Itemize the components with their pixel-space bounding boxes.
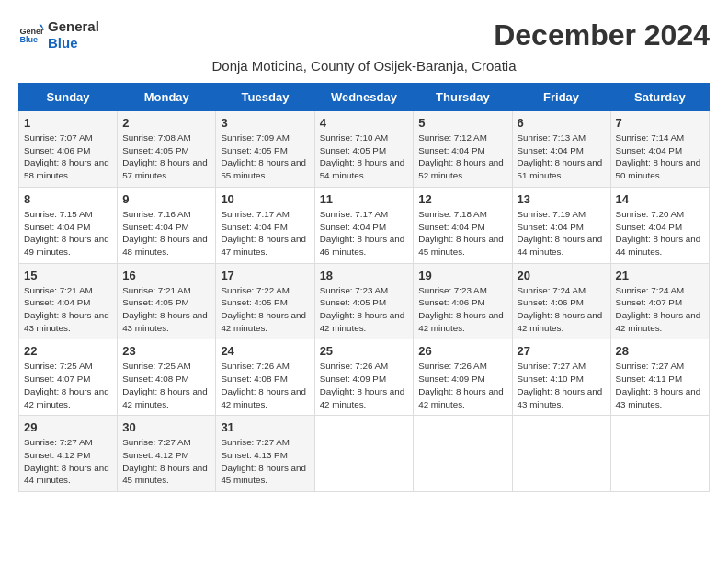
calendar-cell: [512, 416, 610, 492]
calendar-cell: 6Sunrise: 7:13 AMSunset: 4:04 PMDaylight…: [512, 111, 610, 188]
day-number: 2: [122, 116, 210, 130]
day-number: 3: [221, 116, 309, 130]
day-info: Sunrise: 7:19 AMSunset: 4:04 PMDaylight:…: [518, 208, 606, 259]
day-info: Sunrise: 7:27 AMSunset: 4:10 PMDaylight:…: [518, 360, 606, 410]
calendar-cell: 5Sunrise: 7:12 AMSunset: 4:04 PMDaylight…: [414, 111, 512, 188]
calendar-cell: 23Sunrise: 7:25 AMSunset: 4:08 PMDayligh…: [118, 339, 216, 416]
weekday-header-sunday: Sunday: [19, 84, 118, 111]
day-info: Sunrise: 7:13 AMSunset: 4:04 PMDaylight:…: [518, 132, 606, 182]
weekday-header-wednesday: Wednesday: [314, 84, 414, 111]
day-number: 4: [320, 116, 409, 130]
calendar-cell: 27Sunrise: 7:27 AMSunset: 4:10 PMDayligh…: [512, 339, 610, 416]
day-number: 13: [518, 192, 606, 206]
weekday-header-saturday: Saturday: [610, 84, 709, 111]
day-info: Sunrise: 7:15 AMSunset: 4:04 PMDaylight:…: [24, 208, 112, 259]
calendar-cell: 24Sunrise: 7:26 AMSunset: 4:08 PMDayligh…: [216, 339, 314, 416]
calendar-cell: 7Sunrise: 7:14 AMSunset: 4:04 PMDaylight…: [610, 111, 709, 188]
calendar-cell: 25Sunrise: 7:26 AMSunset: 4:09 PMDayligh…: [314, 339, 414, 416]
calendar-cell: 16Sunrise: 7:21 AMSunset: 4:05 PMDayligh…: [118, 263, 216, 339]
day-info: Sunrise: 7:21 AMSunset: 4:05 PMDaylight:…: [122, 284, 210, 335]
day-number: 1: [24, 116, 112, 130]
day-number: 10: [221, 192, 309, 206]
calendar-cell: 29Sunrise: 7:27 AMSunset: 4:12 PMDayligh…: [19, 416, 118, 492]
day-info: Sunrise: 7:27 AMSunset: 4:12 PMDaylight:…: [122, 436, 210, 487]
day-number: 17: [221, 269, 309, 282]
day-info: Sunrise: 7:09 AMSunset: 4:05 PMDaylight:…: [221, 132, 309, 182]
day-info: Sunrise: 7:07 AMSunset: 4:06 PMDaylight:…: [24, 132, 112, 182]
day-info: Sunrise: 7:16 AMSunset: 4:04 PMDaylight:…: [122, 208, 210, 259]
day-number: 24: [221, 344, 309, 358]
day-info: Sunrise: 7:27 AMSunset: 4:11 PMDaylight:…: [616, 360, 704, 410]
calendar-cell: 17Sunrise: 7:22 AMSunset: 4:05 PMDayligh…: [216, 263, 314, 339]
day-number: 5: [418, 116, 506, 130]
day-info: Sunrise: 7:26 AMSunset: 4:09 PMDaylight:…: [320, 360, 409, 410]
day-info: Sunrise: 7:27 AMSunset: 4:13 PMDaylight:…: [221, 436, 309, 487]
calendar-cell: 4Sunrise: 7:10 AMSunset: 4:05 PMDaylight…: [314, 111, 414, 188]
day-number: 12: [418, 192, 506, 206]
calendar-cell: 10Sunrise: 7:17 AMSunset: 4:04 PMDayligh…: [216, 187, 314, 263]
day-number: 11: [320, 192, 409, 206]
calendar-cell: 3Sunrise: 7:09 AMSunset: 4:05 PMDaylight…: [216, 111, 314, 188]
page-header: General Blue General Blue December 2024: [18, 18, 710, 52]
day-number: 22: [24, 344, 112, 358]
day-info: Sunrise: 7:24 AMSunset: 4:06 PMDaylight:…: [518, 284, 606, 335]
day-number: 30: [122, 420, 210, 434]
day-info: Sunrise: 7:26 AMSunset: 4:08 PMDaylight:…: [221, 360, 309, 410]
calendar-cell: 9Sunrise: 7:16 AMSunset: 4:04 PMDaylight…: [118, 187, 216, 263]
day-number: 26: [418, 344, 506, 358]
day-info: Sunrise: 7:25 AMSunset: 4:07 PMDaylight:…: [24, 360, 112, 410]
day-number: 15: [24, 269, 112, 282]
weekday-header-tuesday: Tuesday: [216, 84, 314, 111]
day-number: 14: [616, 192, 704, 206]
day-number: 21: [616, 269, 704, 282]
svg-text:General: General: [19, 27, 44, 36]
logo-blue-text: Blue: [48, 35, 99, 52]
day-info: Sunrise: 7:27 AMSunset: 4:12 PMDaylight:…: [24, 436, 112, 487]
calendar-cell: 18Sunrise: 7:23 AMSunset: 4:05 PMDayligh…: [314, 263, 414, 339]
calendar-cell: 11Sunrise: 7:17 AMSunset: 4:04 PMDayligh…: [314, 187, 414, 263]
day-number: 25: [320, 344, 409, 358]
day-number: 20: [518, 269, 606, 282]
calendar-cell: 26Sunrise: 7:26 AMSunset: 4:09 PMDayligh…: [414, 339, 512, 416]
day-number: 27: [518, 344, 606, 358]
day-info: Sunrise: 7:25 AMSunset: 4:08 PMDaylight:…: [122, 360, 210, 410]
calendar-cell: 13Sunrise: 7:19 AMSunset: 4:04 PMDayligh…: [512, 187, 610, 263]
weekday-header-thursday: Thursday: [414, 84, 512, 111]
calendar-cell: 14Sunrise: 7:20 AMSunset: 4:04 PMDayligh…: [610, 187, 709, 263]
day-info: Sunrise: 7:12 AMSunset: 4:04 PMDaylight:…: [418, 132, 506, 182]
day-info: Sunrise: 7:22 AMSunset: 4:05 PMDaylight:…: [221, 284, 309, 335]
calendar-cell: [414, 416, 512, 492]
calendar-cell: 15Sunrise: 7:21 AMSunset: 4:04 PMDayligh…: [19, 263, 118, 339]
weekday-header-friday: Friday: [512, 84, 610, 111]
calendar-cell: 2Sunrise: 7:08 AMSunset: 4:05 PMDaylight…: [118, 111, 216, 188]
day-info: Sunrise: 7:17 AMSunset: 4:04 PMDaylight:…: [320, 208, 409, 259]
day-number: 19: [418, 269, 506, 282]
svg-text:Blue: Blue: [19, 35, 38, 44]
logo-icon: General Blue: [18, 22, 44, 48]
day-number: 16: [122, 269, 210, 282]
calendar-cell: [610, 416, 709, 492]
day-number: 18: [320, 269, 409, 282]
calendar-cell: 22Sunrise: 7:25 AMSunset: 4:07 PMDayligh…: [19, 339, 118, 416]
day-info: Sunrise: 7:18 AMSunset: 4:04 PMDaylight:…: [418, 208, 506, 259]
calendar-cell: 31Sunrise: 7:27 AMSunset: 4:13 PMDayligh…: [216, 416, 314, 492]
day-number: 6: [518, 116, 606, 130]
day-info: Sunrise: 7:23 AMSunset: 4:06 PMDaylight:…: [418, 284, 506, 335]
calendar-table: SundayMondayTuesdayWednesdayThursdayFrid…: [18, 83, 710, 492]
calendar-cell: 30Sunrise: 7:27 AMSunset: 4:12 PMDayligh…: [118, 416, 216, 492]
weekday-header-monday: Monday: [118, 84, 216, 111]
day-info: Sunrise: 7:10 AMSunset: 4:05 PMDaylight:…: [320, 132, 409, 182]
day-number: 23: [122, 344, 210, 358]
day-info: Sunrise: 7:20 AMSunset: 4:04 PMDaylight:…: [616, 208, 704, 259]
day-number: 31: [221, 420, 309, 434]
month-year-title: December 2024: [494, 18, 710, 52]
day-info: Sunrise: 7:08 AMSunset: 4:05 PMDaylight:…: [122, 132, 210, 182]
day-info: Sunrise: 7:23 AMSunset: 4:05 PMDaylight:…: [320, 284, 409, 335]
calendar-cell: 12Sunrise: 7:18 AMSunset: 4:04 PMDayligh…: [414, 187, 512, 263]
calendar-cell: 28Sunrise: 7:27 AMSunset: 4:11 PMDayligh…: [610, 339, 709, 416]
day-number: 29: [24, 420, 112, 434]
calendar-cell: [314, 416, 414, 492]
day-info: Sunrise: 7:26 AMSunset: 4:09 PMDaylight:…: [418, 360, 506, 410]
calendar-cell: 20Sunrise: 7:24 AMSunset: 4:06 PMDayligh…: [512, 263, 610, 339]
day-info: Sunrise: 7:17 AMSunset: 4:04 PMDaylight:…: [221, 208, 309, 259]
